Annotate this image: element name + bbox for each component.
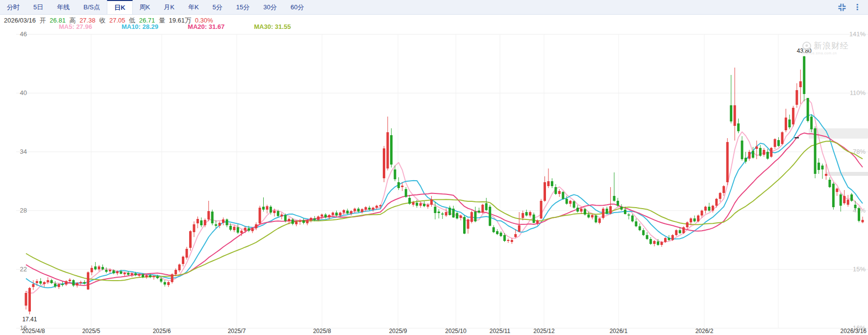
fullscreen-icon[interactable] bbox=[838, 3, 846, 12]
candle-body bbox=[598, 218, 601, 223]
candle-body bbox=[642, 230, 645, 235]
candle-body bbox=[36, 281, 38, 283]
candle-body bbox=[613, 196, 616, 201]
candle-body bbox=[525, 212, 528, 215]
candle-body bbox=[536, 220, 539, 223]
open-label: 开 bbox=[40, 17, 46, 24]
candle-body bbox=[737, 123, 740, 131]
candle-body bbox=[635, 221, 637, 226]
tab-15分[interactable]: 15分 bbox=[229, 0, 256, 14]
candle-body bbox=[627, 215, 630, 215]
candle-body bbox=[101, 267, 104, 269]
chart-period-tabbar: 分时5日年线B/S点日K周K月K年K5分15分30分60分 ⋮ bbox=[0, 0, 868, 15]
candle-body bbox=[39, 281, 42, 284]
candle-body bbox=[653, 241, 656, 244]
x-axis-label: 2025/11 bbox=[490, 328, 511, 335]
candle-body bbox=[474, 212, 476, 221]
x-axis-label: 2025/12 bbox=[533, 328, 555, 335]
candle-body bbox=[445, 212, 447, 215]
candle-body bbox=[365, 207, 367, 210]
tab-5分[interactable]: 5分 bbox=[206, 0, 229, 14]
candle-body bbox=[171, 274, 174, 282]
tab-年K[interactable]: 年K bbox=[181, 0, 206, 14]
ma5-line bbox=[26, 99, 863, 293]
candle-body bbox=[211, 212, 214, 223]
tab-周K[interactable]: 周K bbox=[133, 0, 157, 14]
candle-body bbox=[774, 139, 776, 147]
candle-body bbox=[734, 105, 736, 126]
candle-body bbox=[124, 273, 126, 274]
candle-body bbox=[715, 199, 718, 206]
tab-分时[interactable]: 分时 bbox=[0, 0, 26, 14]
candle-body bbox=[375, 206, 378, 208]
candle-body bbox=[697, 215, 699, 221]
candle-body bbox=[222, 219, 224, 223]
candle-body bbox=[94, 266, 97, 269]
candle-body bbox=[503, 235, 506, 241]
candle-body bbox=[295, 221, 298, 224]
kebab-menu-icon[interactable]: ⋮ bbox=[853, 3, 861, 11]
candle-body bbox=[521, 213, 524, 218]
candle-body bbox=[127, 273, 129, 275]
candle-body bbox=[266, 206, 268, 210]
candle-body bbox=[533, 215, 535, 223]
tab-60分[interactable]: 60分 bbox=[284, 0, 311, 14]
candle-body bbox=[185, 249, 188, 258]
candle-body bbox=[631, 215, 634, 221]
candle-body bbox=[671, 235, 674, 240]
dash-annotation bbox=[794, 137, 799, 139]
candle-body bbox=[576, 208, 579, 212]
tab-30分[interactable]: 30分 bbox=[256, 0, 283, 14]
candle-body bbox=[346, 211, 348, 214]
candle-body bbox=[189, 231, 192, 248]
candle-body bbox=[690, 218, 692, 222]
candle-body bbox=[219, 223, 221, 226]
candle-body bbox=[339, 213, 342, 215]
candle-body bbox=[394, 169, 396, 179]
candle-body bbox=[664, 238, 667, 242]
candle-body bbox=[430, 199, 433, 205]
candle-body bbox=[569, 201, 571, 204]
tab-月K[interactable]: 月K bbox=[157, 0, 181, 14]
candle-body bbox=[609, 206, 612, 214]
candle-body bbox=[584, 209, 586, 215]
candle-body bbox=[514, 234, 517, 237]
candle-body bbox=[408, 198, 411, 204]
candle-body bbox=[251, 228, 254, 231]
candle-body bbox=[142, 274, 144, 277]
candlestick-chart[interactable]: 新浪财经 finance.sina.com.cn 46141%40110%347… bbox=[0, 29, 868, 335]
tab-5日[interactable]: 5日 bbox=[26, 0, 50, 14]
candle-body bbox=[460, 215, 462, 218]
candle-body bbox=[61, 284, 64, 285]
x-axis-label: 2025/8 bbox=[313, 328, 331, 335]
candle-body bbox=[566, 199, 568, 204]
candle-body bbox=[441, 214, 444, 215]
candle-body bbox=[434, 207, 436, 213]
candle-body bbox=[675, 230, 677, 235]
candle-body bbox=[25, 293, 27, 306]
stock-chart-app: { "toolbar": { "tabs": [ {"label":"分时","… bbox=[0, 0, 868, 335]
candle-body bbox=[270, 207, 272, 213]
tab-年线[interactable]: 年线 bbox=[50, 0, 76, 14]
candle-body bbox=[361, 209, 363, 212]
candle-body bbox=[722, 186, 725, 193]
candle-body bbox=[617, 201, 619, 206]
candle-body bbox=[262, 207, 265, 210]
candle-body bbox=[152, 276, 155, 277]
candle-body bbox=[781, 132, 784, 144]
candle-body bbox=[156, 276, 159, 278]
candle-body bbox=[814, 128, 817, 174]
candle-body bbox=[471, 212, 473, 222]
candle-body bbox=[47, 280, 49, 282]
candle-body bbox=[412, 202, 415, 205]
candle-body bbox=[489, 207, 491, 226]
candle-body bbox=[79, 282, 82, 283]
y-axis-pct-label: 141% bbox=[849, 30, 866, 38]
tab-日K[interactable]: 日K bbox=[107, 0, 132, 14]
tab-B/S点[interactable]: B/S点 bbox=[76, 0, 107, 14]
candle-body bbox=[332, 213, 334, 215]
chart-plot-svg: 46141%40110%3478%2847%2215%16-16%2025/52… bbox=[0, 29, 868, 335]
candle-body bbox=[719, 193, 721, 199]
candle-body bbox=[145, 275, 148, 277]
candle-body bbox=[105, 270, 107, 272]
